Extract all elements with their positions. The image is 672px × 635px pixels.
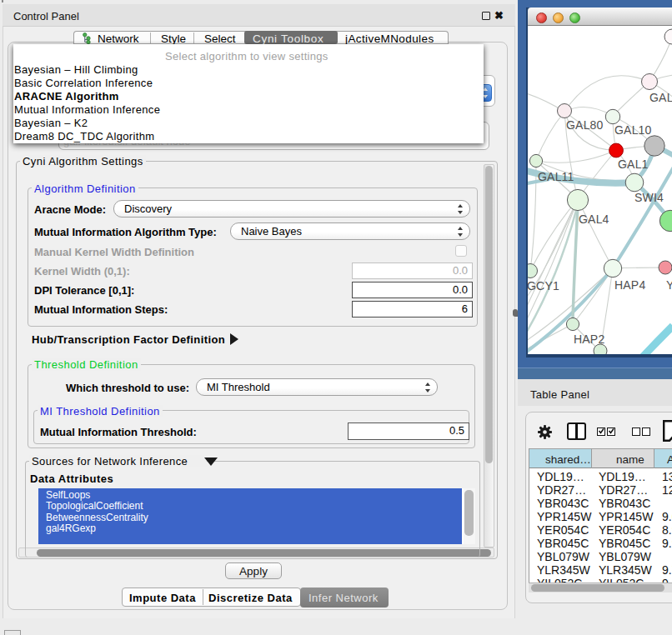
svg-text:HAP4: HAP4 <box>614 278 645 292</box>
svg-text:GAL3: GAL3 <box>649 91 672 104</box>
svg-text:SWI4: SWI4 <box>634 191 664 204</box>
svg-text:GCY1: GCY1 <box>528 279 559 292</box>
svg-text:GAL1: GAL1 <box>618 158 649 171</box>
svg-text:HAP2: HAP2 <box>574 332 604 346</box>
svg-text:GAL10: GAL10 <box>614 123 652 137</box>
svg-text:GAL4: GAL4 <box>579 212 609 226</box>
svg-text:Y: Y <box>666 278 672 292</box>
svg-text:GAL11: GAL11 <box>538 170 574 183</box>
svg-text:GAL80: GAL80 <box>566 118 604 132</box>
